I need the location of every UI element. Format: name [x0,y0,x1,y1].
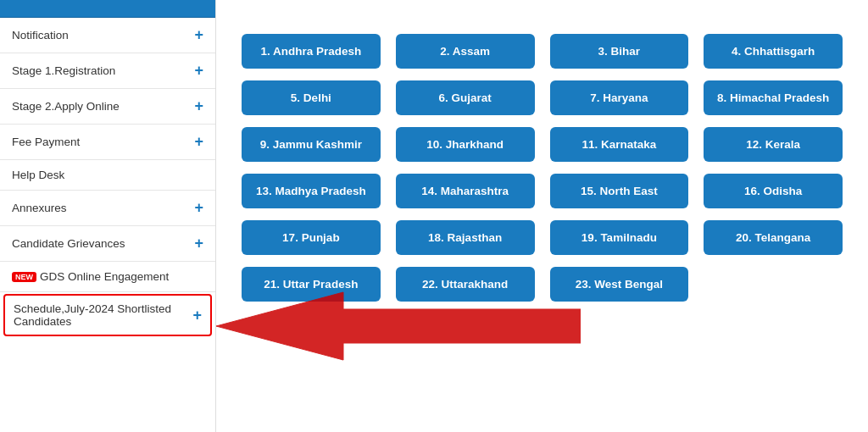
sidebar-item-candidate-grievances[interactable]: Candidate Grievances+ [0,226,215,262]
state-button-20[interactable]: 20. Telangana [704,220,843,255]
expand-icon[interactable]: + [194,97,203,115]
svg-marker-0 [216,292,581,360]
new-badge: NEW [12,272,36,282]
sidebar-item-label: Help Desk [12,169,64,181]
state-button-3[interactable]: 3. Bihar [550,34,689,69]
state-button-23[interactable]: 23. West Bengal [550,267,689,302]
states-grid: 1. Andhra Pradesh2. Assam3. Bihar4. Chha… [242,34,843,302]
state-button-21[interactable]: 21. Uttar Pradesh [242,267,381,302]
state-button-17[interactable]: 17. Punjab [242,220,381,255]
app-container: Notification+Stage 1.Registration+Stage … [0,0,868,432]
sidebar-item-label: Candidate Grievances [12,237,125,250]
sidebar-item-schedule[interactable]: Schedule,July-2024 Shortlisted Candidate… [3,294,212,336]
sidebar-header [0,0,215,18]
expand-icon[interactable]: + [194,133,203,151]
state-button-22[interactable]: 22. Uttarakhand [396,267,535,302]
sidebar-item-label: Schedule,July-2024 Shortlisted Candidate… [14,302,192,328]
state-button-18[interactable]: 18. Rajasthan [396,220,535,255]
sidebar-item-label: Annexures [12,202,67,214]
state-button-6[interactable]: 6. Gujarat [396,80,535,115]
sidebar-items: Notification+Stage 1.Registration+Stage … [0,18,215,338]
state-button-19[interactable]: 19. Tamilnadu [550,220,689,255]
sidebar-item-label: NEWGDS Online Engagement [12,270,169,283]
expand-icon[interactable]: + [194,26,203,44]
main-content: 1. Andhra Pradesh2. Assam3. Bihar4. Chha… [216,0,868,432]
state-button-15[interactable]: 15. North East [550,174,689,208]
state-button-5[interactable]: 5. Delhi [242,80,381,115]
sidebar-item-label: Stage 2.Apply Online [12,100,120,113]
state-button-4[interactable]: 4. Chhattisgarh [704,34,843,69]
sidebar: Notification+Stage 1.Registration+Stage … [0,0,216,432]
expand-icon[interactable]: + [194,199,203,217]
state-button-10[interactable]: 10. Jharkhand [396,127,535,162]
sidebar-item-gds-online[interactable]: NEWGDS Online Engagement [0,262,215,292]
state-button-9[interactable]: 9. Jammu Kashmir [242,127,381,162]
sidebar-item-notification[interactable]: Notification+ [0,18,215,53]
state-button-14[interactable]: 14. Maharashtra [396,174,535,208]
expand-icon[interactable]: + [194,235,203,252]
sidebar-item-label: Notification [12,29,69,42]
sidebar-item-fee-payment[interactable]: Fee Payment+ [0,125,215,160]
expand-icon[interactable]: + [192,307,202,324]
sidebar-item-label: Fee Payment [12,136,80,148]
state-button-8[interactable]: 8. Himachal Pradesh [704,80,843,115]
sidebar-item-help-desk[interactable]: Help Desk [0,160,215,191]
state-button-16[interactable]: 16. Odisha [704,174,843,208]
state-button-12[interactable]: 12. Kerala [704,127,843,162]
state-button-7[interactable]: 7. Haryana [550,80,689,115]
state-button-13[interactable]: 13. Madhya Pradesh [242,174,381,208]
state-button-2[interactable]: 2. Assam [396,34,535,69]
sidebar-item-label: Stage 1.Registration [12,64,115,77]
sidebar-item-stage1[interactable]: Stage 1.Registration+ [0,53,215,89]
sidebar-item-annexures[interactable]: Annexures+ [0,191,215,226]
sidebar-item-stage2[interactable]: Stage 2.Apply Online+ [0,89,215,125]
state-button-11[interactable]: 11. Karnataka [550,127,689,162]
expand-icon[interactable]: + [194,62,203,80]
state-button-1[interactable]: 1. Andhra Pradesh [242,34,381,69]
